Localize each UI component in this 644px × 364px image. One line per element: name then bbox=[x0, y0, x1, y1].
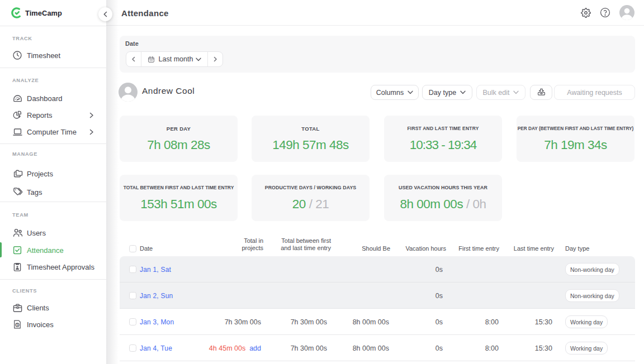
svg-text:$: $ bbox=[16, 323, 18, 327]
